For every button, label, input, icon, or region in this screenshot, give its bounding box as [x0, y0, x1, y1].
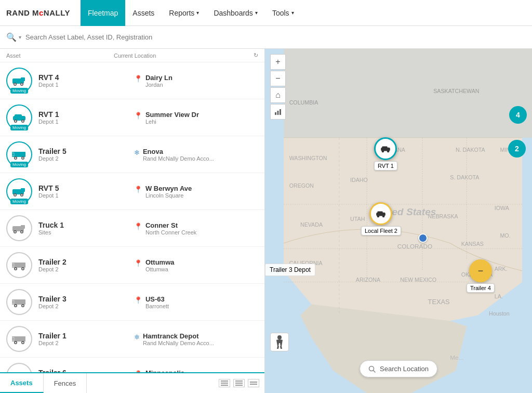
col-location-header: Current Location — [114, 53, 254, 59]
location-sub: Lincoln Square — [145, 192, 192, 199]
col-asset-header: Asset — [6, 53, 114, 59]
location-pin-icon: ❄ — [134, 149, 140, 156]
asset-info: Trailer 6 Depot 2 — [38, 369, 134, 372]
location-info: 📍 Conner St North Conner Creek — [134, 221, 258, 235]
asset-info: Trailer 5 Depot 2 — [38, 147, 134, 162]
location-detail: W Berwyn Ave Lincoln Square — [145, 185, 192, 199]
left-panel: Asset Current Location ↻ Moving — [0, 49, 265, 393]
view-icon-list[interactable] — [219, 379, 230, 387]
location-info: ❄ Enova Rand McNally Demo Acco... — [134, 148, 258, 162]
asset-info: Trailer 2 Depot 2 — [38, 258, 134, 272]
asset-info: RVT 1 Depot 1 — [38, 110, 134, 125]
streetview-icon[interactable] — [270, 333, 289, 351]
asset-icon-rvt1: Moving — [6, 104, 32, 130]
map-marker-trailer4[interactable]: − Trailer 4 — [467, 259, 495, 293]
map-area[interactable]: COLUMBIA SASKATCHEWAN WASHINGTON MONTANA… — [265, 49, 532, 393]
svg-text:COLORADO: COLORADO — [397, 243, 432, 250]
view-icon-grid[interactable] — [233, 379, 245, 387]
nav-tools[interactable]: Tools ▾ — [265, 0, 301, 26]
svg-text:IOWA: IOWA — [495, 205, 510, 211]
location-pin-icon: 📍 — [134, 112, 142, 120]
asset-row[interactable]: Moving RVT 5 Depot 1 📍 W Berwyn Ave Linc… — [0, 173, 264, 210]
search-location-button[interactable]: Search Location — [360, 360, 437, 377]
status-badge-moving: Moving — [10, 199, 28, 204]
marker-bubble-local-fleet — [369, 202, 392, 225]
asset-row[interactable]: Truck 1 Sites 📍 Conner St North Conner C… — [0, 210, 264, 247]
svg-text:N. DAKOTA: N. DAKOTA — [456, 147, 486, 153]
asset-row[interactable]: Moving RVT 1 Depot 1 📍 Summer View Dr Le… — [0, 99, 264, 136]
blue-dot-marker — [418, 233, 428, 243]
marker-bubble-trailer4: − — [469, 259, 492, 282]
asset-row[interactable]: Trailer 6 Depot 2 📍 Minneapolis Minneapo… — [0, 358, 264, 372]
location-detail: Ottumwa Ottumwa — [145, 258, 175, 272]
asset-name: Trailer 6 — [38, 369, 134, 372]
marker-bubble-rvt1 — [374, 137, 397, 160]
tab-fences[interactable]: Fences — [44, 373, 87, 393]
asset-depot: Depot 1 — [38, 119, 134, 125]
svg-text:COLUMBIA: COLUMBIA — [289, 99, 319, 106]
asset-depot: Depot 1 — [38, 82, 134, 88]
asset-row[interactable]: Trailer 3 Depot 2 📍 US-63 Barronett — [0, 284, 264, 321]
svg-rect-104 — [277, 111, 279, 115]
svg-text:S. DAKOTA: S. DAKOTA — [450, 174, 480, 180]
search-bar: 🔍 ▾ — [0, 26, 532, 49]
nav-reports[interactable]: Reports ▾ — [162, 0, 206, 26]
trailer3-depot-label: Trailer 3 Depot — [265, 264, 315, 276]
status-badge-moving: Moving — [10, 125, 28, 130]
location-pin-icon: 📍 — [134, 75, 142, 83]
location-detail: Summer View Dr Lehi — [145, 111, 199, 125]
map-marker-cluster-mw[interactable]: 2 — [508, 140, 526, 158]
tab-assets[interactable]: Assets — [0, 373, 44, 393]
map-marker-blue-dot[interactable] — [418, 233, 428, 243]
svg-rect-65 — [265, 49, 532, 138]
chart-button[interactable] — [270, 104, 286, 120]
asset-row[interactable]: Moving Trailer 5 Depot 2 ❄ Enova Rand Mc… — [0, 136, 264, 173]
asset-icon-rvt5: Moving — [6, 178, 32, 204]
asset-depot: Sites — [38, 229, 134, 235]
svg-rect-19 — [21, 188, 25, 192]
asset-row[interactable]: Trailer 1 Depot 2 ❄ Hamtranck Depot Rand… — [0, 321, 264, 358]
svg-rect-13 — [12, 153, 14, 156]
svg-text:OREGON: OREGON — [289, 182, 314, 189]
svg-rect-25 — [21, 225, 25, 229]
svg-text:Houston: Houston — [489, 310, 510, 317]
svg-point-47 — [22, 342, 24, 344]
svg-point-15 — [15, 158, 17, 159]
location-detail: Conner St North Conner Creek — [145, 221, 196, 235]
svg-point-27 — [15, 231, 16, 233]
svg-point-109 — [387, 150, 389, 152]
nav-dashboards[interactable]: Dashboards ▾ — [206, 0, 265, 26]
refresh-icon[interactable]: ↻ — [254, 52, 258, 59]
asset-icon-truck1 — [6, 215, 32, 241]
search-icon: 🔍 — [6, 32, 17, 42]
map-marker-rvt1[interactable]: RVT 1 — [374, 137, 397, 171]
zoom-in-button[interactable]: + — [270, 54, 286, 70]
nav-assets[interactable]: Assets — [125, 0, 162, 26]
map-marker-cluster-ne[interactable]: 4 — [509, 106, 527, 124]
view-icon-large[interactable] — [248, 379, 259, 387]
asset-depot: Depot 2 — [38, 266, 134, 272]
top-nav: RAND McNALLY Fleetmap Assets Reports ▾ D… — [0, 0, 532, 26]
search-input[interactable] — [25, 33, 181, 41]
bottom-tabs: Assets Fences — [0, 372, 264, 393]
home-button[interactable]: ⌂ — [270, 87, 286, 103]
asset-row[interactable]: Moving RVT 4 Depot 1 📍 Dairy Ln Jordan — [0, 62, 264, 99]
asset-name: RVT 5 — [38, 184, 134, 192]
location-name: Dairy Ln — [145, 74, 172, 82]
asset-info: Trailer 3 Depot 2 — [38, 295, 134, 309]
asset-name: Trailer 2 — [38, 258, 134, 266]
nav-fleetmap[interactable]: Fleetmap — [81, 0, 125, 26]
asset-icon-trailer6 — [6, 363, 32, 372]
location-name: US-63 — [145, 295, 169, 303]
asset-row[interactable]: Trailer 2 Depot 2 📍 Ottumwa Ottumwa — [0, 247, 264, 284]
asset-info: Truck 1 Sites — [38, 221, 134, 235]
svg-point-114 — [277, 335, 282, 339]
location-info: 📍 W Berwyn Ave Lincoln Square — [134, 185, 258, 199]
location-detail: Dairy Ln Jordan — [145, 74, 172, 88]
map-marker-local-fleet[interactable]: Local Fleet 2 — [361, 202, 401, 235]
svg-rect-43 — [12, 337, 14, 340]
zoom-out-button[interactable]: − — [270, 71, 286, 86]
search-dropdown-arrow[interactable]: ▾ — [19, 34, 21, 40]
view-icons — [214, 373, 264, 393]
svg-line-116 — [374, 370, 376, 372]
